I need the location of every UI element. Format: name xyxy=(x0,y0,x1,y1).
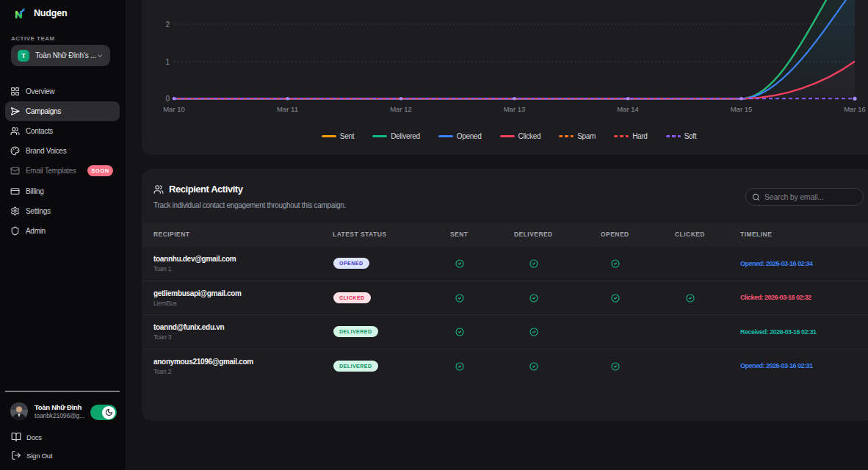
svg-text:Mar 14: Mar 14 xyxy=(617,105,639,113)
svg-text:Mar 11: Mar 11 xyxy=(277,105,298,113)
svg-text:1: 1 xyxy=(165,58,170,66)
svg-text:Mar 15: Mar 15 xyxy=(731,105,753,113)
svg-text:2: 2 xyxy=(165,21,170,29)
svg-text:Mar 16: Mar 16 xyxy=(844,105,866,113)
svg-text:0: 0 xyxy=(165,95,170,103)
svg-text:Mar 10: Mar 10 xyxy=(163,105,185,113)
svg-text:Mar 13: Mar 13 xyxy=(504,105,526,113)
svg-text:Mar 12: Mar 12 xyxy=(390,105,412,113)
